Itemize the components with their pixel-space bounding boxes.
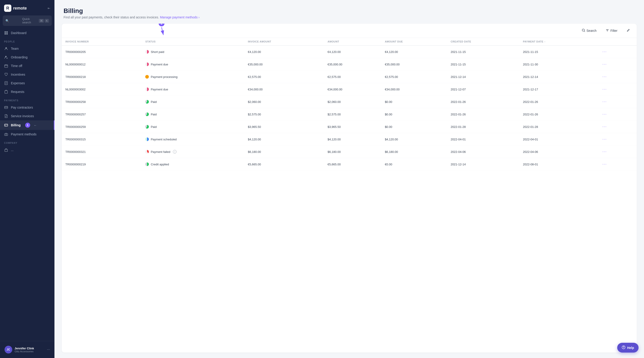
user-more-icon[interactable]: ··· xyxy=(47,347,50,352)
table-row: TR0000000321 Payment failedi $6,180.00 $… xyxy=(62,146,637,158)
status-dot xyxy=(145,63,149,66)
page-subtitle-text: Find all your past payments, check their… xyxy=(64,16,159,19)
edit-icon xyxy=(626,29,630,33)
created-date-cell: 2021-12-14 xyxy=(447,158,520,171)
row-more-button[interactable]: ··· xyxy=(601,99,608,105)
sidebar-item-label: Onboarding xyxy=(11,56,28,59)
filter-button[interactable]: Filter xyxy=(604,27,620,34)
row-more-button[interactable]: ··· xyxy=(601,149,608,155)
app-logo: R remote xyxy=(4,5,27,12)
table-row: TR0000000219 Credit applied €5,665.00 €5… xyxy=(62,158,637,171)
sidebar-item-payment-methods[interactable]: Payment methods xyxy=(0,130,54,139)
annotation-1: 1 xyxy=(25,123,30,128)
svg-rect-8 xyxy=(4,65,8,68)
row-more-button[interactable]: ··· xyxy=(601,161,608,167)
created-date-cell: 2022-01-26 xyxy=(447,108,520,121)
amount-cell: $4,120.00 xyxy=(324,133,381,146)
status-dot xyxy=(145,150,149,154)
svg-rect-3 xyxy=(6,33,8,35)
quick-search-button[interactable]: 🔍 Quick search ⌘ K xyxy=(3,16,52,26)
invoice-amount-cell: $3,965.50 xyxy=(244,121,324,133)
payment-date-cell: 2022-08-01 xyxy=(519,158,597,171)
info-icon[interactable]: i xyxy=(173,150,176,154)
sidebar-item-pay-contractors[interactable]: Pay contractors xyxy=(0,103,54,112)
svg-line-30 xyxy=(584,31,585,32)
svg-rect-16 xyxy=(5,91,8,93)
sidebar-item-label: Expenses xyxy=(11,81,25,85)
col-payment-date[interactable]: PAYMENT DATE ↑ xyxy=(519,38,597,46)
invoice-amount-cell: €34,000.00 xyxy=(244,83,324,96)
amount-cell: $6,180.00 xyxy=(324,146,381,158)
invoice-amount-cell: €4,120.00 xyxy=(244,46,324,58)
invoice-number-cell: TR0000000258 xyxy=(62,96,142,108)
status-label: Payment due xyxy=(151,63,168,66)
sidebar-item-team[interactable]: Team xyxy=(0,44,54,53)
billing-table: INVOICE NUMBER STATUS INVOICE AMOUNT AMO… xyxy=(62,38,637,171)
table-toolbar: Search Filter xyxy=(62,24,637,38)
status-label: Credit applied xyxy=(151,163,169,166)
sidebar-item-billing[interactable]: Billing 1 ← xyxy=(0,120,54,130)
invoice-number-cell: NL0000003002 xyxy=(62,83,142,96)
row-more-button[interactable]: ··· xyxy=(601,49,608,55)
status-label: Payment processing xyxy=(151,75,178,79)
created-date-cell: 2021-12-14 xyxy=(447,71,520,83)
table-row: NL0000000012 Payment due €35,000.00 €35,… xyxy=(62,58,637,71)
invoice-number-cell: TR0000000205 xyxy=(62,46,142,58)
invoice-amount-cell: $4,120.00 xyxy=(244,133,324,146)
row-more-button[interactable]: ··· xyxy=(601,124,608,130)
edit-button[interactable] xyxy=(624,27,632,34)
sidebar-logo: R remote ⇤ xyxy=(0,0,54,16)
row-more-button[interactable]: ··· xyxy=(601,86,608,92)
svg-point-4 xyxy=(6,47,7,49)
row-more-button[interactable]: ··· xyxy=(601,74,608,80)
sidebar-item-service-invoices[interactable]: Service invoices xyxy=(0,112,54,120)
invoice-number-cell: TR0000000315 xyxy=(62,133,142,146)
amount-cell: $2,060.00 xyxy=(324,96,381,108)
sidebar-item-onboarding[interactable]: Onboarding xyxy=(0,53,54,62)
invoice-number-cell: TR0000000259 xyxy=(62,121,142,133)
row-actions-cell: ··· xyxy=(597,158,637,171)
user-company: Glitz Accessories xyxy=(14,350,45,353)
help-button[interactable]: Help xyxy=(617,343,638,352)
sidebar-item-label: Payment methods xyxy=(11,132,36,136)
sidebar-item-dashboard[interactable]: Dashboard xyxy=(0,29,54,37)
user-profile-button[interactable]: JC Jennifer Clink Glitz Accessories ··· xyxy=(3,344,52,355)
sidebar-item-company[interactable]: ... xyxy=(0,146,54,154)
status-cell: Payment due xyxy=(142,83,244,96)
status-cell: Payment processing xyxy=(142,71,244,83)
sidebar-item-expenses[interactable]: Expenses xyxy=(0,79,54,88)
manage-payment-methods-link[interactable]: Manage payment methods › xyxy=(160,16,200,19)
invoice-amount-cell: €5,665.00 xyxy=(244,158,324,171)
row-more-button[interactable]: ··· xyxy=(601,111,608,117)
sidebar-item-incentives[interactable]: Incentives xyxy=(0,70,54,79)
row-more-button[interactable]: ··· xyxy=(601,136,608,142)
status-cell: Payment scheduled xyxy=(142,133,244,146)
row-more-button[interactable]: ··· xyxy=(601,61,608,67)
status-dot xyxy=(145,125,149,129)
col-amount-due: AMOUNT DUE xyxy=(381,38,447,46)
sidebar-item-label: Service invoices xyxy=(11,114,34,118)
invoice-number-cell: TR0000000257 xyxy=(62,108,142,121)
row-actions-cell: ··· xyxy=(597,58,637,71)
sidebar-item-label: Dashboard xyxy=(11,31,26,35)
sidebar-item-time-off[interactable]: Time off xyxy=(0,62,54,70)
payment-date-cell: 2021-12-14 xyxy=(519,71,597,83)
payment-date-cell: 2022-04-06 xyxy=(519,146,597,158)
invoice-amount-cell: €2,575.00 xyxy=(244,71,324,83)
sidebar-item-label: Team xyxy=(11,47,18,51)
collapse-sidebar-button[interactable]: ⇤ xyxy=(48,6,50,10)
status-label: Short paid xyxy=(151,50,164,54)
section-label-payments: PAYMENTS xyxy=(0,96,54,103)
status-cell: Payment failedi xyxy=(142,146,244,158)
search-button[interactable]: Search xyxy=(580,27,599,34)
user-name: Jennifer Clink xyxy=(14,347,45,350)
svg-point-25 xyxy=(6,134,7,135)
calendar-icon xyxy=(4,64,8,68)
amount-due-cell: €4,120.00 xyxy=(381,46,447,58)
status-label: Payment due xyxy=(151,88,168,91)
amount-due-cell: $0.00 xyxy=(381,108,447,121)
svg-rect-24 xyxy=(4,134,8,136)
sidebar-item-requests[interactable]: Requests xyxy=(0,88,54,96)
invoice-number-cell: TR0000000321 xyxy=(62,146,142,158)
invoice-amount-cell: €35,000.00 xyxy=(244,58,324,71)
